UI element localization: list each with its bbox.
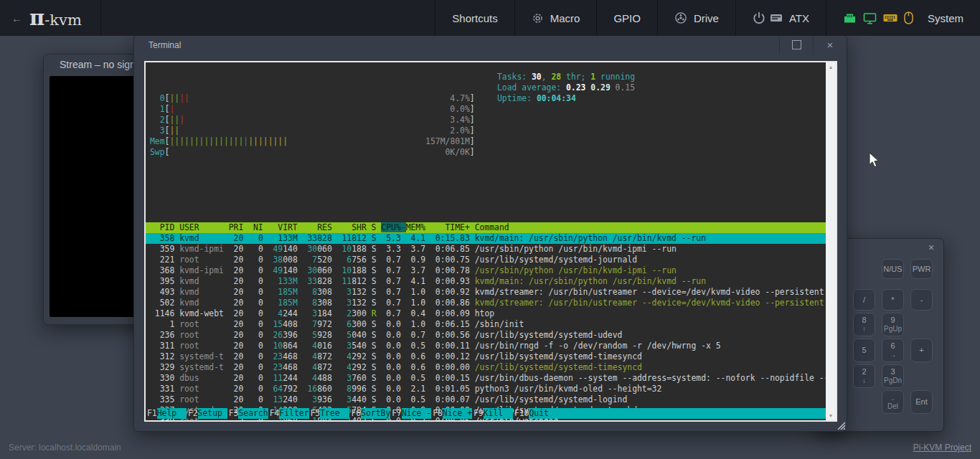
atx-box-icon: [770, 13, 783, 23]
fkey-label-F6[interactable]: SortBy: [361, 408, 390, 419]
process-row[interactable]: 395 kvmd 20 0 133M 33828 11812 S 0.7 4.1…: [146, 276, 826, 287]
menu-item-drive[interactable]: Drive: [657, 0, 735, 36]
meter-mem: Mem[|||||||||||||||||||||||| 157M/801M]: [146, 136, 826, 147]
process-row[interactable]: 502 kvmd 20 0 185M 8308 3132 S 0.7 1.0 0…: [146, 298, 826, 308]
fkey-label-F3[interactable]: Search: [238, 408, 268, 419]
menu-item-atx[interactable]: ATX: [735, 0, 826, 36]
htop-info: Tasks: 30, 28 thr; 1 runningLoad average…: [497, 72, 635, 104]
menu-item-label: Macro: [550, 12, 580, 24]
menu-item-gpio[interactable]: GPIO: [596, 0, 657, 36]
fkey-F3[interactable]: F3: [227, 408, 239, 419]
process-row[interactable]: 335 root 20 0 13240 3936 3440 S 0.0 0.5 …: [146, 394, 826, 405]
process-row[interactable]: 359 kvmd-ipmi 20 0 49140 30060 10188 S 3…: [146, 244, 826, 255]
numpad-key-3pgdn[interactable]: 3PgDn: [882, 364, 904, 388]
tasks-line: Tasks: 30, 28 thr; 1 running: [497, 72, 635, 82]
fkey-F1[interactable]: F1: [146, 408, 157, 419]
numpad-key-9pgup[interactable]: 9PgUp: [882, 313, 904, 336]
project-link[interactable]: Pi-KVM Project: [913, 443, 971, 453]
numpad-key-pwr[interactable]: PWR: [910, 259, 933, 279]
fkey-label-F9[interactable]: Kill: [484, 408, 513, 419]
atx-icons: [753, 11, 783, 24]
terminal-window: Terminal × 0[|||| 4.7%] 1[| 0.0%] 2[|||: [133, 34, 847, 432]
numpad-key-sym[interactable]: /: [853, 289, 875, 311]
process-row[interactable]: 330 dbus 20 0 11244 4488 3760 S 0.0 0.5 …: [146, 373, 826, 384]
terminal-title: Terminal: [134, 40, 779, 50]
fkey-F8[interactable]: F8: [431, 408, 443, 419]
htop-pane[interactable]: 0[|||| 4.7%] 1[| 0.0%] 2[||| 3.4%] 3[: [146, 62, 826, 420]
close-button[interactable]: ×: [813, 35, 847, 55]
numpad-key-8[interactable]: 8↑: [853, 313, 875, 336]
scroll-up-icon[interactable]: ▲: [829, 65, 834, 70]
resize-handle-icon[interactable]: [836, 420, 845, 430]
numpad-key-del[interactable]: .Del: [882, 390, 904, 414]
process-row[interactable]: 236 root 20 0 26396 5928 5040 S 0.0 0.7 …: [146, 330, 826, 341]
numpad-key-2[interactable]: 2↓: [853, 364, 875, 388]
maximize-icon: [792, 40, 801, 49]
power-icon: [753, 11, 765, 24]
scroll-down-icon[interactable]: ▼: [829, 413, 834, 418]
menu-item-label: Shortcuts: [452, 12, 497, 24]
terminal-content: 0[|||| 4.7%] 1[| 0.0%] 2[||| 3.4%] 3[: [144, 61, 837, 422]
cpu-memory-meters: 0[|||| 4.7%] 1[| 0.0%] 2[||| 3.4%] 3[: [146, 93, 826, 158]
back-arrow-icon[interactable]: ←: [11, 12, 22, 24]
fkey-F5[interactable]: F5: [309, 408, 321, 419]
top-menu: ShortcutsMacroGPIODriveATX: [435, 0, 826, 36]
fkey-F6[interactable]: F6: [349, 408, 361, 419]
fkey-F7[interactable]: F7: [390, 408, 402, 419]
process-row[interactable]: 1 root 20 0 15408 7972 6300 S 0.0 1.0 0:…: [146, 319, 826, 330]
close-icon[interactable]: ×: [919, 239, 943, 256]
fkey-label-F8[interactable]: Nice +: [443, 408, 472, 419]
menu-item-macro[interactable]: Macro: [514, 0, 597, 36]
lan-icon: [843, 12, 857, 24]
fkey-label-F7[interactable]: Nice -: [402, 408, 431, 419]
process-row[interactable]: 312 systemd-t 20 0 23468 4872 4292 S 0.0…: [146, 351, 826, 362]
brand-title: π-kvm: [29, 6, 82, 30]
process-row[interactable]: 329 systemd-t 20 0 23468 4872 4292 S 0.0…: [146, 362, 826, 373]
fkey-F10[interactable]: F10: [513, 408, 529, 419]
fkey-label-F2[interactable]: Setup: [198, 408, 227, 419]
menu-item-label: GPIO: [613, 12, 641, 24]
menu-item-label: System: [928, 12, 963, 24]
disc-icon: [674, 11, 687, 24]
menu-item-shortcuts[interactable]: Shortcuts: [435, 0, 514, 36]
load-average-line: Load average: 0.23 0.29 0.15: [497, 82, 635, 93]
fkey-label-F5[interactable]: Tree: [320, 408, 349, 419]
scrollbar[interactable]: ▲ ▼: [826, 62, 836, 420]
fkey-label-F10[interactable]: Quit: [529, 408, 558, 419]
process-row[interactable]: 311 root 20 0 10864 4016 3540 S 0.0 0.5 …: [146, 341, 826, 351]
process-row[interactable]: 221 root 20 0 38008 7520 6756 S 0.7 0.9 …: [146, 255, 826, 265]
process-table: PID USER PRI NI VIRT RES SHR S CPU%-MEM%…: [146, 222, 826, 420]
numpad-key-6[interactable]: 6→: [882, 339, 904, 362]
terminal-titlebar[interactable]: Terminal ×: [134, 35, 847, 55]
meter-0: 0[|||| 4.7%]: [146, 93, 826, 104]
app-logo[interactable]: ← π-kvm: [0, 0, 101, 36]
numpad-key-nus[interactable]: N/US: [882, 259, 904, 279]
fkey-label-F4[interactable]: Filter: [279, 408, 308, 419]
mouse-icon: [904, 11, 913, 24]
process-table-header[interactable]: PID USER PRI NI VIRT RES SHR S CPU%-MEM%…: [146, 222, 826, 233]
numpad-key-sym[interactable]: -: [910, 289, 933, 311]
fkey-label-F1[interactable]: Help: [157, 408, 187, 419]
numpad-key-sym[interactable]: +: [910, 339, 933, 362]
server-label: Server: localhost.localdomain: [9, 443, 121, 453]
process-row[interactable]: 331 root 20 0 64792 16860 8996 S 0.0 2.1…: [146, 384, 826, 394]
numpad-key-ent[interactable]: Ent: [910, 390, 933, 414]
gear-icon: [532, 12, 544, 24]
menu-item-label: Drive: [694, 12, 719, 24]
maximize-button[interactable]: [779, 35, 813, 55]
mouse-cursor: [869, 152, 880, 168]
numpad-key-sym[interactable]: *: [882, 289, 904, 311]
process-row[interactable]: 368 kvmd-ipmi 20 0 49140 30060 10188 S 0…: [146, 265, 826, 276]
numpad-key-5[interactable]: 5: [853, 339, 875, 362]
function-key-bar: F1Help F2Setup F3SearchF4FilterF5Tree F6…: [146, 408, 826, 419]
process-row[interactable]: 493 kvmd 20 0 185M 8308 3132 S 0.7 1.0 0…: [146, 287, 826, 298]
fkey-F2[interactable]: F2: [187, 408, 198, 419]
fkey-bar-filler: [559, 408, 826, 419]
menu-item-system[interactable]: System: [826, 0, 980, 36]
fkey-F4[interactable]: F4: [268, 408, 280, 419]
meter-2: 2[||| 3.4%]: [146, 115, 826, 126]
process-row[interactable]: 1146 kvmd-webt 20 0 4244 3184 2300 R 0.7…: [146, 308, 826, 319]
fkey-F9[interactable]: F9: [472, 408, 484, 419]
process-row[interactable]: 358 kvmd 20 0 133M 33828 11812 S 5.3 4.1…: [146, 233, 826, 244]
system-status-icons: [843, 11, 913, 24]
